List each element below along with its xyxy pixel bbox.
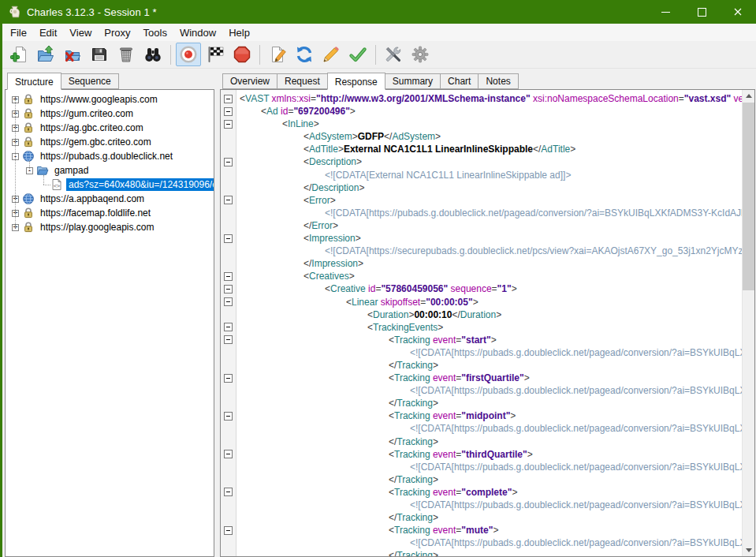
breakpoints-button[interactable]	[229, 43, 255, 66]
tab-summary[interactable]: Summary	[385, 73, 441, 89]
close-session-button[interactable]	[60, 43, 85, 66]
collapse-toggle[interactable]	[224, 297, 233, 306]
xml-token: "firstQuartile"	[461, 372, 523, 383]
tab-response[interactable]: Response	[327, 73, 385, 90]
indent	[240, 266, 304, 267]
minimize-button[interactable]	[647, 0, 683, 24]
compose-button[interactable]	[265, 43, 290, 66]
tab-chart[interactable]: Chart	[440, 73, 479, 89]
collapse-toggle[interactable]	[224, 335, 233, 344]
xml-line: <Duration>00:00:10</Duration>	[240, 308, 742, 321]
menu-help[interactable]: Help	[222, 25, 256, 40]
xml-token: <![CDATA[https://securepubads.g.doublecl…	[325, 245, 742, 256]
gutter-line	[221, 257, 236, 270]
indent	[240, 355, 410, 356]
structure-panel: StructureSequence +https://www.googleapi…	[5, 73, 214, 557]
gutter-line	[221, 436, 236, 448]
xml-line: <![CDATA[External NCA1C1L1 LinearInlineS…	[240, 169, 742, 181]
xml-token: <![CDATA[External NCA1C1L1 LinearInlineS…	[325, 170, 571, 181]
tree-row[interactable]: +https://facemap.foldlife.net	[6, 206, 214, 220]
collapse-toggle[interactable]	[224, 323, 233, 331]
tab-request[interactable]: Request	[277, 73, 328, 89]
tree-row[interactable]: -https://pubads.g.doubleclick.net	[6, 149, 214, 163]
xml-token: <![CDATA[https://pubads.g.doubleclick.ne…	[410, 462, 742, 473]
tree-row[interactable]: +https://play.googleapis.com	[6, 220, 214, 234]
clear-session-icon	[117, 45, 136, 64]
indent	[240, 228, 304, 229]
tree-row[interactable]: -gampad	[6, 163, 214, 178]
edit-button[interactable]	[318, 43, 344, 66]
collapse-toggle[interactable]	[224, 526, 233, 535]
collapse-toggle[interactable]	[224, 488, 233, 496]
svg-text:<>: <>	[54, 183, 60, 189]
clear-session-button[interactable]	[114, 43, 139, 66]
gutter-line	[221, 181, 236, 194]
tree-row[interactable]: +https://gem.gbc.criteo.com	[6, 135, 214, 149]
collapse-toggle[interactable]	[224, 272, 233, 281]
record-button[interactable]	[176, 43, 201, 66]
collapse-toggle[interactable]	[224, 95, 233, 103]
xml-token: >	[358, 258, 363, 269]
throttle-button[interactable]	[203, 43, 228, 66]
menu-view[interactable]: View	[63, 25, 98, 40]
collapse-toggle[interactable]	[224, 234, 233, 243]
collapse-toggle[interactable]	[224, 374, 233, 383]
titlebar: Charles 3.12.3 - Session 1 *	[2, 0, 756, 24]
tab-sequence[interactable]: Sequence	[61, 73, 119, 89]
vertical-scrollbar[interactable]	[742, 90, 754, 556]
record-icon	[179, 45, 198, 64]
indent	[240, 482, 389, 483]
xml-token: >	[433, 512, 438, 523]
collapse-toggle[interactable]	[224, 158, 233, 166]
tree-row[interactable]: +https://ag.gbc.criteo.com	[6, 121, 214, 135]
tree-row[interactable]: +https://gum.criteo.com	[6, 107, 214, 121]
xml-token: AdTitle	[309, 144, 338, 155]
xml-token: </	[389, 398, 397, 409]
save-session-button[interactable]	[87, 43, 112, 66]
tab-structure[interactable]: Structure	[7, 73, 61, 90]
new-session-button[interactable]	[6, 43, 32, 66]
xml-token: >	[496, 309, 501, 320]
collapse-toggle[interactable]	[224, 450, 233, 458]
tree-row[interactable]: +https://a.appbaqend.com	[6, 192, 214, 206]
maximize-button[interactable]	[683, 0, 720, 24]
scroll-down-button[interactable]	[743, 544, 754, 556]
xml-token: GDFP	[358, 131, 384, 142]
repeat-button[interactable]	[292, 43, 317, 66]
validate-button[interactable]	[345, 43, 371, 66]
tools-button[interactable]	[381, 43, 406, 66]
menu-window[interactable]: Window	[173, 25, 222, 40]
tree-item-label: https://play.googleapis.com	[38, 221, 157, 234]
menu-proxy[interactable]: Proxy	[98, 25, 136, 40]
settings-button[interactable]	[408, 43, 433, 66]
indent	[240, 151, 304, 152]
menu-file[interactable]: File	[4, 25, 33, 40]
indent	[240, 368, 389, 368]
find-button[interactable]	[140, 43, 166, 66]
xml-token: Duration	[460, 309, 496, 320]
indent	[240, 317, 367, 318]
xml-token: <![CDATA[https://pubads.g.doubleclick.ne…	[325, 207, 742, 219]
toolbar	[2, 41, 756, 69]
collapse-toggle[interactable]	[224, 120, 233, 129]
scroll-up-button[interactable]	[743, 90, 754, 102]
menu-tools[interactable]: Tools	[137, 25, 173, 40]
collapse-toggle[interactable]	[224, 285, 233, 293]
collapse-toggle[interactable]	[224, 107, 233, 116]
tree-row[interactable]: +https://www.googleapis.com	[6, 92, 214, 107]
xml-token: <	[389, 410, 394, 421]
scrollbar-thumb[interactable]	[743, 103, 754, 290]
collapse-toggle[interactable]	[224, 196, 233, 204]
xml-token: <![CDATA[https://pubads.g.doubleclick.ne…	[410, 347, 742, 358]
xml-token: InLine	[288, 118, 314, 129]
menu-edit[interactable]: Edit	[33, 25, 63, 40]
open-session-button[interactable]	[33, 43, 58, 66]
tree-row[interactable]: <>ads?sz=640x480&iu=/124319096/e	[6, 178, 214, 192]
tab-overview[interactable]: Overview	[222, 73, 277, 89]
tab-notes[interactable]: Notes	[478, 73, 518, 89]
xml-token: >	[433, 436, 438, 447]
close-button[interactable]	[720, 0, 756, 24]
collapse-toggle[interactable]	[224, 412, 233, 421]
gutter-line	[221, 296, 236, 308]
xml-token: >	[333, 220, 338, 231]
